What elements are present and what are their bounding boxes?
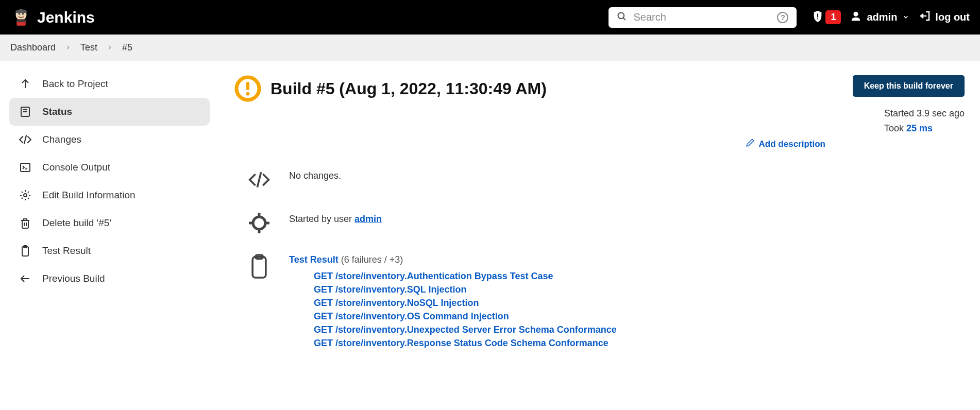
breadcrumb-item[interactable]: #5 [122, 42, 132, 53]
test-failure-link[interactable]: GET /store/inventory.OS Command Injectio… [314, 310, 617, 323]
brand-text: Jenkins [37, 9, 95, 26]
test-failures-list: GET /store/inventory.Authentication Bypa… [289, 269, 617, 350]
add-description-label: Add description [759, 139, 825, 149]
logo-area[interactable]: Jenkins [10, 7, 95, 28]
code-icon [245, 165, 274, 194]
add-description-link[interactable]: Add description [234, 138, 965, 150]
sidebar-item-edit[interactable]: Edit Build Information [9, 181, 210, 209]
breadcrumb: Dashboard Test #5 [0, 35, 980, 61]
svg-point-26 [253, 217, 265, 229]
svg-point-2 [22, 13, 24, 15]
sidebar-item-console[interactable]: Console Output [9, 153, 210, 181]
sidebar-item-label: Changes [42, 134, 81, 145]
logout-label: log out [935, 11, 970, 23]
sidebar-item-changes[interactable]: Changes [9, 126, 210, 153]
security-indicator[interactable]: 1 [812, 10, 841, 25]
sidebar-item-label: Console Output [42, 162, 110, 173]
svg-point-5 [618, 12, 624, 19]
username-label: admin [867, 11, 897, 23]
started-time-label: Started 3.9 sec ago [884, 106, 965, 121]
test-result-row: Test Result (6 failures / +3) GET /store… [234, 252, 965, 350]
clipboard-icon [19, 244, 32, 258]
pencil-icon [746, 138, 755, 150]
code-icon [19, 133, 32, 146]
main-content: Build #5 (Aug 1, 2022, 11:30:49 AM) Keep… [219, 70, 980, 370]
test-result-summary: (6 failures / +3) [339, 254, 403, 265]
sidebar-item-status[interactable]: Status [9, 98, 210, 126]
svg-point-24 [246, 92, 250, 96]
user-icon [850, 10, 861, 24]
took-time-label: Took 25 ms [884, 121, 965, 136]
user-menu[interactable]: admin [850, 10, 909, 24]
chevron-right-icon [107, 43, 113, 53]
gear-icon [19, 189, 32, 202]
changes-row: No changes. [234, 165, 965, 194]
test-failure-link[interactable]: GET /store/inventory.Unexpected Server E… [314, 323, 617, 336]
document-icon [19, 105, 32, 118]
cause-row: Started by user admin [234, 209, 965, 237]
build-status-unstable-icon [234, 75, 261, 102]
crosshair-icon [245, 209, 274, 237]
notification-count: 1 [825, 10, 841, 24]
keep-build-button[interactable]: Keep this build forever [853, 75, 965, 97]
search-icon [617, 11, 627, 24]
svg-line-15 [24, 135, 26, 144]
chevron-right-icon [65, 43, 71, 53]
svg-line-6 [623, 18, 626, 20]
breadcrumb-item[interactable]: Test [80, 42, 97, 53]
svg-point-1 [19, 13, 21, 15]
test-result-body: Test Result (6 failures / +3) GET /store… [289, 252, 617, 350]
sidebar-item-label: Edit Build Information [42, 190, 136, 201]
top-header: Jenkins ? 1 [0, 0, 980, 35]
arrow-left-icon [19, 272, 32, 285]
svg-rect-8 [818, 18, 819, 19]
breadcrumb-item[interactable]: Dashboard [10, 42, 56, 53]
svg-point-9 [854, 12, 858, 16]
no-changes-label: No changes. [289, 165, 341, 181]
shield-icon [812, 10, 823, 25]
page-title: Build #5 (Aug 1, 2022, 11:30:49 AM) [271, 79, 547, 98]
sidebar-item-label: Delete build '#5' [42, 217, 111, 229]
trash-icon [19, 216, 32, 230]
search-box[interactable]: ? [609, 7, 797, 28]
sidebar-item-label: Previous Build [42, 273, 105, 284]
search-input[interactable] [633, 11, 771, 23]
help-icon[interactable]: ? [777, 12, 788, 23]
logout-button[interactable]: log out [919, 10, 970, 25]
sidebar-item-label: Back to Project [42, 78, 108, 90]
test-result-link[interactable]: Test Result [289, 254, 339, 265]
jenkins-logo-icon [10, 7, 32, 28]
test-failure-link[interactable]: GET /store/inventory.Authentication Bypa… [314, 269, 617, 283]
svg-point-18 [24, 194, 27, 197]
svg-rect-16 [21, 163, 30, 172]
sidebar: Back to Project Status Changes Console O… [0, 70, 219, 370]
arrow-up-icon [19, 77, 32, 91]
sidebar-item-previous[interactable]: Previous Build [9, 265, 210, 293]
svg-rect-4 [16, 19, 26, 22]
logout-icon [919, 10, 931, 25]
started-by-user-link[interactable]: admin [354, 214, 382, 224]
svg-rect-23 [246, 82, 249, 90]
svg-line-25 [257, 172, 261, 187]
chevron-down-icon [902, 11, 909, 23]
test-failure-link[interactable]: GET /store/inventory.NoSQL Injection [314, 296, 617, 310]
test-failure-link[interactable]: GET /store/inventory.Response Status Cod… [314, 336, 617, 350]
sidebar-item-test-result[interactable]: Test Result [9, 237, 210, 265]
sidebar-item-delete[interactable]: Delete build '#5' [9, 209, 210, 237]
svg-rect-7 [818, 13, 819, 17]
test-failure-link[interactable]: GET /store/inventory.SQL Injection [314, 283, 617, 296]
sidebar-item-label: Test Result [42, 245, 91, 257]
sidebar-item-label: Status [42, 106, 72, 117]
sidebar-item-back[interactable]: Back to Project [9, 70, 210, 98]
took-duration-link[interactable]: 25 ms [906, 123, 933, 133]
terminal-icon [19, 161, 32, 174]
svg-rect-31 [252, 257, 266, 278]
build-meta: Started 3.9 sec ago Took 25 ms [884, 106, 965, 136]
clipboard-icon [245, 252, 274, 281]
started-by-label: Started by user admin [289, 209, 382, 225]
